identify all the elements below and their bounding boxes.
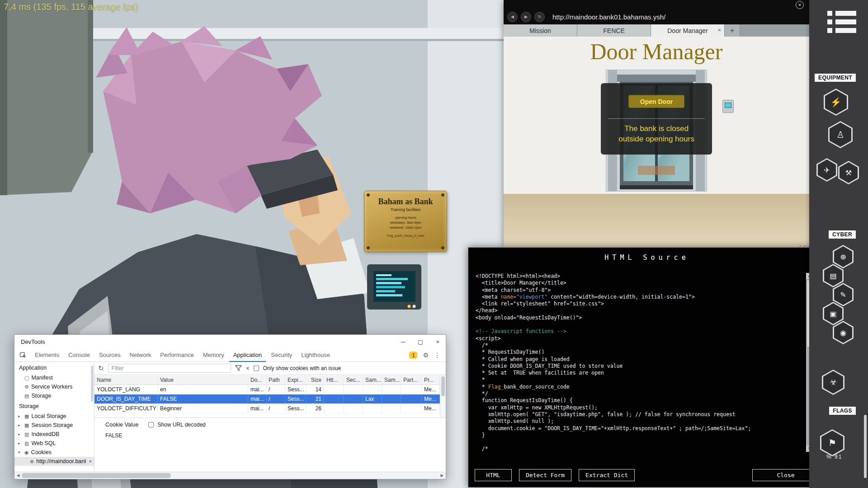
v-scroll-thumb[interactable]: [441, 376, 445, 396]
cookie-cell: [324, 385, 344, 394]
source-action-button[interactable]: Extract Dict: [579, 469, 635, 481]
tools-icon[interactable]: ⚒: [838, 161, 859, 184]
browser-tab[interactable]: Door Manager×: [651, 24, 725, 37]
close-button[interactable]: ×: [436, 338, 439, 345]
column-header[interactable]: Pr...: [422, 375, 440, 385]
sidebar-item-service-workers[interactable]: ⚙Service Workers: [14, 382, 94, 391]
image-icon[interactable]: ▣: [823, 302, 844, 325]
open-door-button[interactable]: Open Door: [628, 95, 684, 108]
column-header[interactable]: Name: [94, 375, 158, 385]
minimize-button[interactable]: ─: [401, 338, 405, 345]
scroll-left-arrow[interactable]: ◀: [14, 472, 22, 479]
agent-icon[interactable]: ♙: [828, 121, 853, 148]
globe-icon[interactable]: ⊕: [833, 245, 854, 268]
inspect-element-icon[interactable]: [18, 351, 28, 360]
column-header[interactable]: Part...: [401, 375, 422, 385]
drone-icon[interactable]: ✈: [816, 158, 837, 182]
column-header[interactable]: Sam...: [363, 375, 382, 385]
devtools-tab-network[interactable]: Network: [126, 348, 156, 362]
column-header[interactable]: Size: [306, 375, 324, 385]
wall-terminal: [367, 264, 421, 310]
settings-gear-icon[interactable]: ⚙: [423, 352, 429, 359]
devtools-tab-performance[interactable]: Performance: [156, 348, 198, 362]
cookie-cell: /: [266, 394, 285, 404]
hex-inner: ▣: [824, 303, 842, 324]
bank-plaque[interactable]: Baham as Bank Training facilities openin…: [364, 191, 447, 252]
code-line: <!DOCTYPE html><html><head>: [476, 273, 804, 280]
devtools-toolbar-right: 1 ⚙ ⋮: [409, 352, 446, 359]
refresh-icon[interactable]: ↻: [98, 364, 104, 372]
table-scrollbar[interactable]: [440, 375, 446, 418]
devtools-tab-application[interactable]: Application: [229, 348, 266, 362]
column-header[interactable]: Value: [158, 375, 248, 385]
door-glow: [638, 166, 675, 175]
cookie-table: NameValueDo...PathExpi...SizeHtt...Sec..…: [94, 375, 440, 418]
sidebar-item-manifest[interactable]: ▢Manifest: [14, 373, 94, 382]
notes-icon[interactable]: ✎: [833, 283, 854, 306]
column-header[interactable]: Path: [266, 375, 285, 385]
sidebar-item-cookies[interactable]: ▾◉Cookies: [14, 448, 94, 457]
flag-icon[interactable]: ⚑: [820, 429, 844, 456]
new-tab-button[interactable]: +: [725, 24, 740, 37]
source-code[interactable]: <!DOCTYPE html><html><head> <title>Door …: [476, 273, 804, 452]
show-url-decoded-checkbox[interactable]: [148, 422, 154, 427]
window-controls: ─ ▢ ×: [401, 338, 439, 345]
column-header[interactable]: Sec...: [344, 375, 363, 385]
menu-icon[interactable]: [827, 11, 856, 37]
only-issues-checkbox[interactable]: [254, 366, 259, 371]
devtools-titlebar[interactable]: DevTools ─ ▢ ×: [14, 335, 446, 348]
source-action-button[interactable]: HTML: [475, 469, 512, 481]
browser-tab[interactable]: Mission: [504, 24, 577, 37]
devtools-tab-console[interactable]: Console: [64, 348, 94, 362]
devtools-tab-lighthouse[interactable]: Lighthouse: [297, 348, 334, 362]
pin-icon[interactable]: ◉: [833, 321, 854, 344]
devtools-tab-memory[interactable]: Memory: [199, 348, 228, 362]
devtools-tab-elements[interactable]: Elements: [31, 348, 63, 362]
horizontal-scrollbar[interactable]: ◀ ▶: [14, 472, 446, 479]
sidebar-item-indexeddb[interactable]: ▸▥IndexedDB: [14, 430, 94, 439]
filter-input[interactable]: [108, 364, 231, 373]
flashlight-icon[interactable]: ⚡: [824, 89, 848, 116]
flags-label: FLAGS: [829, 407, 856, 415]
tab-close-icon[interactable]: ×: [717, 27, 721, 33]
source-action-button[interactable]: Detect Form: [519, 469, 571, 481]
cookie-row[interactable]: YOLOCTF_DIFFICULTYBeginnermai.../Sess...…: [94, 404, 440, 413]
browser-page: Door Manager Open Door: [504, 37, 809, 247]
column-header[interactable]: Sam...: [382, 375, 401, 385]
sidebar-item-storage[interactable]: ▤Storage: [14, 391, 94, 400]
sidebar-item-local-storage[interactable]: ▸▦Local Storage: [14, 412, 94, 421]
item-label: Local Storage: [31, 413, 66, 419]
sidebar-scrollbar[interactable]: [864, 415, 867, 478]
cookie-row[interactable]: DOOR_IS_DAY_TIMEFALSEmai.../Sess...21Lax…: [94, 394, 440, 404]
disclosure-arrow: ▾: [18, 450, 23, 455]
column-header[interactable]: Htt...: [324, 375, 344, 385]
sidebar-item-web-sql[interactable]: ▸▥Web SQL: [14, 439, 94, 448]
printer-icon[interactable]: ▤: [823, 264, 844, 287]
filter-icon[interactable]: [235, 365, 242, 371]
browser-tab[interactable]: FENCE: [577, 24, 651, 37]
browser-close-button[interactable]: ×: [796, 1, 804, 9]
malware-icon[interactable]: ☣: [822, 370, 844, 395]
sidebar-item-cookie-host[interactable]: ⊕http://maindoor.bank01...▾: [14, 457, 94, 466]
column-header[interactable]: Do...: [248, 375, 266, 385]
kebab-menu-icon[interactable]: ⋮: [434, 352, 440, 359]
scroll-right-arrow[interactable]: ▶: [439, 472, 446, 479]
maximize-button[interactable]: ▢: [418, 338, 423, 345]
browser-window: × ◀ ▶ ↻ http://maindoor.bank01.bahamas.y…: [504, 0, 809, 247]
reload-button[interactable]: ↻: [534, 12, 545, 22]
disclosure-arrow: ▸: [18, 432, 23, 436]
code-line: <!-- Javascript functions -->: [476, 328, 804, 335]
clear-icon[interactable]: ×: [246, 365, 250, 372]
game-viewport[interactable]: 7,4 ms (135 fps, 115 average fps) Baham …: [0, 0, 868, 488]
devtools-tab-security[interactable]: Security: [267, 348, 296, 362]
url-bar[interactable]: http://maindoor.bank01.bahamas.ysh/: [552, 13, 665, 21]
devtools-tab-sources[interactable]: Sources: [95, 348, 125, 362]
cookie-row[interactable]: YOLOCTF_LANGenmai.../Sess...14Me...: [94, 385, 440, 394]
forward-button[interactable]: ▶: [521, 12, 531, 22]
back-button[interactable]: ◀: [507, 12, 518, 22]
browser-titlebar[interactable]: ×: [504, 0, 809, 9]
sidebar-item-session-storage[interactable]: ▸▦Session Storage: [14, 421, 94, 430]
issues-badge[interactable]: 1: [409, 352, 417, 359]
h-scroll-thumb[interactable]: [22, 473, 171, 478]
column-header[interactable]: Expi...: [285, 375, 306, 385]
